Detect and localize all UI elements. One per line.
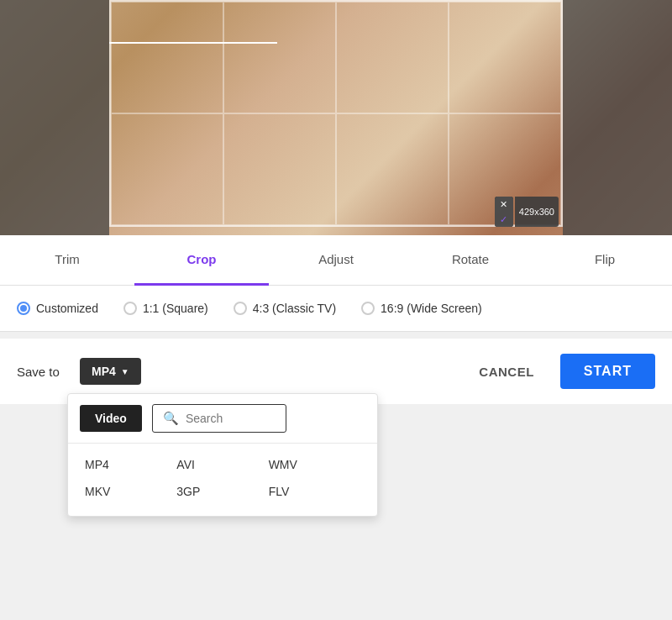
search-input[interactable]: [186, 412, 276, 425]
crop-size-display: 429x360: [515, 197, 559, 227]
grid-cell-5: [111, 113, 223, 225]
search-icon: 🔍: [163, 411, 179, 426]
radio-1-1[interactable]: 1:1 (Square): [123, 302, 208, 315]
crop-cancel-button[interactable]: ✕: [495, 197, 513, 212]
radio-16-9-circle: [361, 302, 375, 315]
video-tab-button[interactable]: Video: [80, 405, 142, 432]
format-mp4[interactable]: MP4: [85, 455, 176, 474]
video-editor: ✕ ✓ 429x360 Trim Crop Adjust Rotate Flip: [0, 0, 672, 620]
grid-cell-4: [449, 2, 561, 113]
crop-badge-controls: ✕ ✓: [495, 197, 513, 227]
radio-1-1-circle: [123, 302, 137, 315]
radio-4-3-circle: [234, 302, 247, 315]
dropdown-arrow-icon: ▼: [121, 367, 129, 376]
format-grid: MP4 AVI WMV MKV 3GP FLV: [68, 444, 377, 516]
radio-4-3[interactable]: 4:3 (Classic TV): [234, 302, 336, 315]
format-select-button[interactable]: MP4 ▼: [80, 358, 141, 385]
format-3gp[interactable]: 3GP: [176, 482, 268, 501]
grid-cell-3: [336, 2, 449, 113]
format-dropdown: Video 🔍 MP4 AVI WMV MKV 3GP FLV: [67, 393, 378, 517]
dropdown-header: Video 🔍: [68, 394, 377, 444]
format-mkv[interactable]: MKV: [85, 482, 176, 501]
format-avi[interactable]: AVI: [176, 455, 268, 474]
aspect-ratio-section: Customized 1:1 (Square) 4:3 (Classic TV)…: [0, 286, 672, 332]
radio-customized-circle: [17, 302, 30, 315]
start-button[interactable]: START: [560, 354, 655, 389]
radio-customized-inner: [20, 305, 27, 312]
left-overlay: [0, 0, 109, 235]
tabs-section: Trim Crop Adjust Rotate Flip: [0, 235, 672, 286]
tab-flip[interactable]: Flip: [538, 235, 672, 286]
format-label: MP4: [92, 365, 116, 378]
search-box[interactable]: 🔍: [152, 404, 286, 433]
save-section: Save to MP4 ▼ CANCEL START Video 🔍 MP4 A…: [0, 339, 672, 404]
format-wmv[interactable]: WMV: [269, 455, 360, 474]
grid-cell-7: [336, 113, 449, 225]
cancel-button[interactable]: CANCEL: [465, 358, 548, 386]
tab-trim[interactable]: Trim: [0, 235, 134, 286]
radio-customized[interactable]: Customized: [17, 302, 98, 315]
grid-cell-2: [223, 2, 336, 113]
tab-adjust[interactable]: Adjust: [269, 235, 403, 286]
tab-rotate[interactable]: Rotate: [403, 235, 538, 286]
tab-crop[interactable]: Crop: [134, 235, 269, 286]
grid-cell-1: [111, 2, 223, 113]
preview-area: ✕ ✓ 429x360: [0, 0, 672, 235]
right-overlay: [563, 0, 672, 235]
grid-cell-6: [223, 113, 336, 225]
crop-grid[interactable]: [109, 0, 563, 227]
crop-badge: ✕ ✓ 429x360: [495, 197, 559, 227]
format-flv[interactable]: FLV: [269, 482, 360, 501]
save-to-label: Save to: [17, 365, 67, 379]
crop-confirm-button[interactable]: ✓: [495, 212, 513, 227]
radio-16-9[interactable]: 16:9 (Wide Screen): [361, 302, 482, 315]
